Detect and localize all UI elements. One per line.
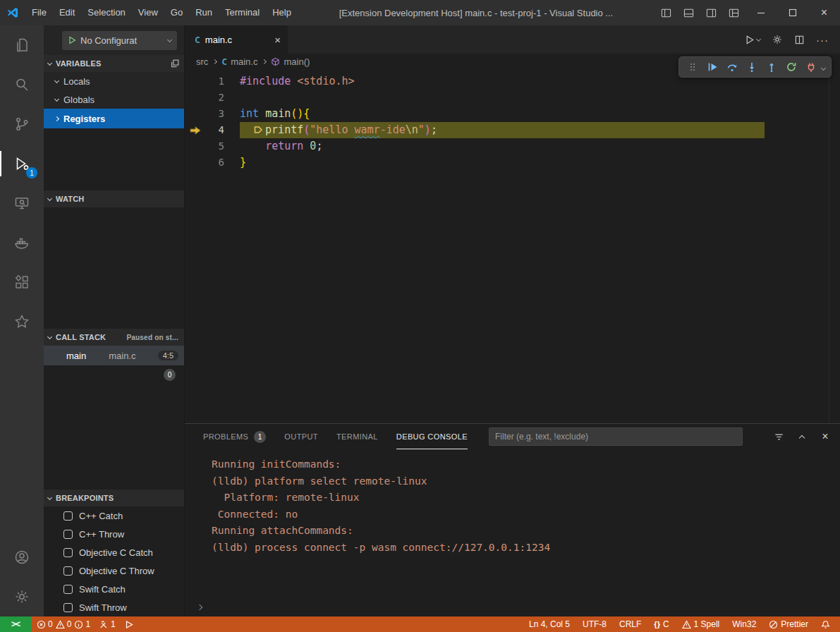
breakpoint-row[interactable]: Objective C Catch	[44, 543, 184, 561]
menu-help[interactable]: Help	[266, 0, 298, 25]
filter-lines-icon[interactable]	[772, 430, 785, 443]
code-line[interactable]: 6}	[185, 154, 840, 171]
line-number[interactable]: 1	[185, 73, 240, 90]
tab-debug-console[interactable]: DEBUG CONSOLE	[396, 424, 468, 449]
menu-view[interactable]: View	[132, 0, 164, 25]
menu-run[interactable]: Run	[189, 0, 219, 25]
variables-scope-registers[interactable]: Registers	[44, 109, 184, 128]
breakpoint-row[interactable]: Swift Catch	[44, 580, 184, 598]
copy-icon[interactable]	[170, 59, 180, 68]
stack-frame-row[interactable]: main main.c 4:5	[44, 346, 184, 365]
tab-output[interactable]: OUTPUT	[284, 424, 318, 449]
menu-go[interactable]: Go	[164, 0, 189, 25]
customize-layout-icon[interactable]	[722, 0, 745, 25]
line-number[interactable]: 3	[185, 106, 240, 122]
watch-section-header[interactable]: WATCH	[44, 190, 184, 207]
code-text[interactable]: printf("hello wamr-ide\n");	[240, 122, 765, 138]
tab-terminal[interactable]: TERMINAL	[336, 424, 378, 449]
close-button[interactable]: ×	[808, 0, 840, 25]
activity-settings[interactable]	[0, 577, 44, 616]
debug-console-content[interactable]: Running initCommands:(lldb) platform sel…	[185, 449, 840, 598]
variables-scope-locals[interactable]: Locals	[44, 72, 184, 90]
continue-button[interactable]	[703, 58, 722, 76]
breakpoint-row[interactable]: C++ Catch	[44, 506, 184, 525]
breakpoint-checkbox[interactable]	[63, 566, 73, 576]
tab-problems[interactable]: PROBLEMS 1	[203, 424, 266, 449]
notifications-bell[interactable]	[821, 620, 830, 629]
code-line[interactable]: 4 printf("hello wamr-ide\n");	[185, 122, 840, 138]
restart-button[interactable]	[782, 58, 801, 76]
encoding-status[interactable]: UTF-8	[583, 619, 607, 629]
breakpoint-checkbox[interactable]	[63, 548, 73, 557]
tab-main-c[interactable]: C main.c ×	[185, 25, 288, 54]
language-mode[interactable]: {} C	[654, 619, 669, 629]
problems-status[interactable]: 0 0 1	[37, 619, 90, 629]
activity-explorer[interactable]	[0, 25, 44, 65]
code-text[interactable]: #include <stdio.h>	[240, 73, 355, 90]
call-stack-section-header[interactable]: CALL STACK Paused on st...	[44, 329, 184, 346]
launch-config-dropdown[interactable]: No Configurat	[62, 31, 177, 50]
console-filter-input[interactable]	[489, 427, 743, 446]
breakpoint-row[interactable]: C++ Throw	[44, 525, 184, 543]
configure-gear-button[interactable]	[772, 34, 783, 45]
debug-session-dropdown-icon[interactable]	[821, 65, 826, 70]
step-into-button[interactable]	[743, 58, 761, 76]
disconnect-button[interactable]	[802, 58, 820, 76]
breakpoint-checkbox[interactable]	[63, 511, 73, 521]
menu-selection[interactable]: Selection	[81, 0, 131, 25]
maximize-button[interactable]	[777, 0, 808, 25]
platform-status[interactable]: Win32	[732, 619, 756, 629]
toggle-secondary-sidebar-icon[interactable]	[700, 0, 722, 25]
activity-account[interactable]	[0, 537, 44, 577]
line-number[interactable]: 5	[185, 138, 240, 154]
code-text[interactable]: }	[240, 154, 246, 171]
toggle-panel-icon[interactable]	[677, 0, 700, 25]
eol-status[interactable]: CRLF	[619, 619, 641, 629]
activity-favorites[interactable]	[0, 302, 44, 341]
breadcrumb-file[interactable]: C main.c	[221, 56, 257, 67]
variables-section-header[interactable]: VARIABLES	[44, 55, 184, 72]
toggle-sidebar-icon[interactable]	[655, 0, 677, 25]
code-line[interactable]: 5 return 0;	[185, 138, 840, 154]
activity-docker[interactable]	[0, 223, 44, 262]
minimize-button[interactable]	[745, 0, 777, 25]
breakpoint-checkbox[interactable]	[63, 603, 73, 612]
activity-source-control[interactable]	[0, 104, 44, 144]
line-number[interactable]: 2	[185, 90, 240, 106]
breakpoint-row[interactable]: Objective C Throw	[44, 561, 184, 580]
split-editor-button[interactable]	[794, 35, 805, 45]
code-editor[interactable]: 1#include <stdio.h>23int main(){4 printf…	[185, 69, 840, 423]
code-text[interactable]: return 0;	[240, 138, 322, 154]
breadcrumb-symbol[interactable]: main()	[271, 56, 310, 67]
spell-checker-status[interactable]: 1 Spell	[682, 619, 720, 629]
close-panel-icon[interactable]: ×	[819, 430, 832, 443]
cursor-position[interactable]: Ln 4, Col 5	[529, 619, 570, 629]
breakpoint-checkbox[interactable]	[63, 585, 73, 594]
breadcrumb-folder[interactable]: src	[196, 56, 208, 67]
toolchain-status[interactable]: 1	[99, 619, 116, 629]
tab-close-icon[interactable]: ×	[274, 35, 281, 45]
activity-extensions[interactable]	[0, 262, 44, 302]
step-out-button[interactable]	[762, 58, 781, 76]
activity-remote-explorer[interactable]	[0, 183, 44, 223]
drag-grip[interactable]	[683, 58, 702, 76]
console-input-row[interactable]	[185, 598, 840, 616]
breakpoint-row[interactable]: Swift Throw	[44, 598, 184, 616]
step-over-button[interactable]	[723, 58, 741, 76]
code-line[interactable]: 2	[185, 90, 840, 106]
menu-edit[interactable]: Edit	[53, 0, 81, 25]
activity-run-and-debug[interactable]: 1	[0, 144, 44, 183]
menu-file[interactable]: File	[25, 0, 53, 25]
menu-terminal[interactable]: Terminal	[219, 0, 266, 25]
debug-status-icon[interactable]	[124, 620, 133, 629]
line-number[interactable]: 4	[185, 122, 240, 138]
code-text[interactable]: int main(){	[240, 106, 310, 122]
run-menu-button[interactable]	[744, 35, 760, 45]
line-number[interactable]: 6	[185, 154, 240, 171]
remote-indicator[interactable]: ><	[0, 616, 31, 632]
variables-scope-globals[interactable]: Globals	[44, 90, 184, 109]
breakpoint-checkbox[interactable]	[63, 530, 73, 539]
activity-search[interactable]	[0, 65, 44, 104]
more-actions-button[interactable]: ···	[816, 35, 829, 45]
maximize-panel-icon[interactable]	[796, 430, 808, 443]
